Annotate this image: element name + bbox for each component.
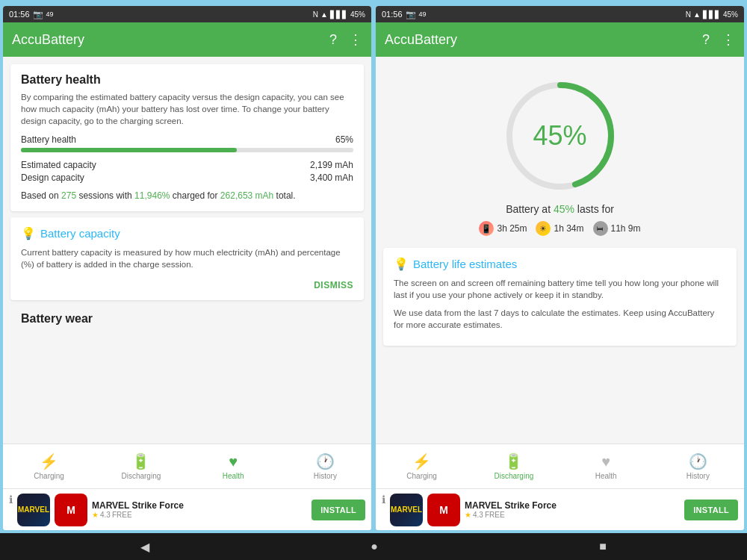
back-button[interactable]: ◀ bbox=[140, 540, 149, 554]
ad-rating-left: ★ 4.3 FREE bbox=[92, 511, 307, 519]
screen-dim-time: 1h 34m bbox=[554, 223, 583, 234]
health-icon-left: ♥ bbox=[229, 453, 238, 470]
duration-row: 📱 3h 25m ☀ 1h 34m 🛏 11h 9m bbox=[479, 221, 640, 236]
screen-dim-icon: ☀ bbox=[536, 221, 551, 236]
app-bar-right: AccuBattery ? ⋮ bbox=[376, 22, 744, 57]
capacity-card-desc: Current battery capacity is measured by … bbox=[21, 246, 353, 270]
nav-history-right[interactable]: 🕐 History bbox=[652, 444, 744, 488]
status-icon-nfc-right: N bbox=[686, 10, 691, 19]
status-icon-nfc: N bbox=[313, 10, 318, 19]
left-phone: 01:56 📷 49 N ▲ ▋▋▋ 45% AccuBattery ? ⋮ bbox=[3, 6, 371, 530]
charging-label-left: Charging bbox=[34, 472, 64, 480]
nav-health-right[interactable]: ♥ Health bbox=[560, 444, 652, 488]
battery-health-title: Battery health bbox=[21, 73, 353, 87]
status-bar-left: 01:56 📷 49 N ▲ ▋▋▋ 45% bbox=[3, 6, 371, 22]
ad-game-image-left: MARVEL bbox=[17, 494, 50, 526]
ad-text-right: MARVEL Strike Force ★ 4.3 FREE bbox=[465, 500, 680, 519]
nav-discharging-left[interactable]: 🔋 Discharging bbox=[95, 444, 187, 488]
health-label: Battery health bbox=[21, 134, 76, 145]
health-label-left: Health bbox=[223, 472, 244, 480]
help-icon-right[interactable]: ? bbox=[702, 32, 710, 48]
bulb-icon-left: 💡 bbox=[21, 226, 36, 240]
system-nav-bar: ◀ ● ■ bbox=[0, 533, 747, 560]
discharging-label-left: Discharging bbox=[121, 472, 161, 480]
dismiss-button[interactable]: DISMISS bbox=[314, 280, 353, 290]
nav-discharging-right[interactable]: 🔋 Discharging bbox=[468, 444, 560, 488]
history-label-left: History bbox=[314, 472, 337, 480]
screen-on-time: 3h 25m bbox=[497, 223, 527, 234]
nav-charging-right[interactable]: ⚡ Charging bbox=[376, 444, 468, 488]
status-icon-photo-right: 📷 bbox=[406, 10, 416, 19]
history-icon-right: 🕐 bbox=[689, 452, 707, 470]
charged-percent: 11,946% bbox=[134, 190, 170, 201]
battery-circle-wrapper: 45% bbox=[500, 76, 620, 196]
total-mah: 262,653 mAh bbox=[220, 190, 273, 201]
more-icon-left[interactable]: ⋮ bbox=[349, 31, 362, 48]
right-phone-content: 45% Battery at 45% lasts for 📱 3h 25m ☀ … bbox=[376, 57, 744, 530]
more-icon-right[interactable]: ⋮ bbox=[722, 31, 735, 48]
battery-lasts-text: Battery at 45% lasts for bbox=[506, 203, 614, 215]
install-button-left[interactable]: INSTALL bbox=[311, 500, 365, 520]
screen-on-icon: 📱 bbox=[479, 221, 494, 236]
battery-life-estimates-card: 💡 Battery life estimates The screen on a… bbox=[383, 248, 737, 346]
help-icon-left[interactable]: ? bbox=[329, 32, 337, 48]
install-button-right[interactable]: INSTALL bbox=[684, 500, 738, 520]
status-icon-wifi: ▲ bbox=[320, 10, 328, 19]
status-icon-signal: 49 bbox=[46, 10, 54, 18]
duration-sleep: 🛏 11h 9m bbox=[593, 221, 641, 236]
sessions-count: 275 bbox=[61, 190, 76, 201]
discharging-icon-left: 🔋 bbox=[131, 452, 150, 470]
bottom-nav-right: ⚡ Charging 🔋 Discharging ♥ Health 🕐 Hist… bbox=[376, 444, 744, 488]
app-title-left: AccuBattery bbox=[12, 32, 84, 48]
ad-game-image-right: MARVEL bbox=[390, 494, 423, 526]
status-icon-wifi-right: ▲ bbox=[693, 10, 701, 19]
ad-title-right: MARVEL Strike Force bbox=[465, 500, 680, 511]
ad-banner-left: ℹ MARVEL M MARVEL Strike Force ★ 4.3 FRE… bbox=[3, 488, 371, 530]
ad-banner-right: ℹ MARVEL M MARVEL Strike Force ★ 4.3 FRE… bbox=[376, 488, 744, 530]
status-battery-right: 45% bbox=[723, 10, 738, 19]
nav-charging-left[interactable]: ⚡ Charging bbox=[3, 444, 95, 488]
status-battery-left: 45% bbox=[350, 10, 365, 19]
ad-text-left: MARVEL Strike Force ★ 4.3 FREE bbox=[92, 500, 307, 519]
duration-screen-on: 📱 3h 25m bbox=[479, 221, 527, 236]
bottom-nav-left: ⚡ Charging 🔋 Discharging ♥ Health 🕐 Hist… bbox=[3, 444, 371, 488]
charging-icon-left: ⚡ bbox=[40, 452, 58, 470]
ad-rating-right: ★ 4.3 FREE bbox=[465, 511, 680, 519]
nav-history-left[interactable]: 🕐 History bbox=[279, 444, 371, 488]
app-title-right: AccuBattery bbox=[385, 32, 457, 48]
sleep-icon: 🛏 bbox=[593, 221, 608, 236]
battery-lasts-percent: 45% bbox=[554, 203, 574, 215]
health-progress-bg bbox=[21, 148, 353, 152]
left-phone-content: Battery health By comparing the estimate… bbox=[3, 57, 371, 530]
home-button[interactable]: ● bbox=[371, 540, 378, 553]
recents-button[interactable]: ■ bbox=[599, 540, 607, 553]
battery-capacity-card: 💡 Battery capacity Current battery capac… bbox=[10, 217, 364, 300]
status-icon-bars: ▋▋▋ bbox=[330, 10, 348, 19]
sessions-text: Based on 275 sessions with 11,946% charg… bbox=[21, 189, 353, 202]
discharging-label-right: Discharging bbox=[494, 472, 533, 480]
health-icon-right: ♥ bbox=[601, 453, 610, 470]
design-cap-value: 3,400 mAh bbox=[310, 172, 353, 183]
battery-percent-display: 45% bbox=[533, 120, 586, 152]
history-icon-left: 🕐 bbox=[316, 452, 335, 470]
ad-logo-right: M bbox=[427, 494, 460, 526]
nav-health-left[interactable]: ♥ Health bbox=[187, 444, 279, 488]
status-icon-photo: 📷 bbox=[33, 10, 43, 19]
ad-logo-left: M bbox=[55, 494, 87, 526]
status-icon-signal-right: 49 bbox=[419, 10, 427, 18]
estimates-card-title: 💡 Battery life estimates bbox=[394, 257, 726, 271]
history-label-right: History bbox=[686, 472, 710, 480]
ad-info-icon-right: ℹ bbox=[382, 494, 385, 505]
estimates-desc-2: We use data from the last 7 days to calc… bbox=[394, 307, 726, 331]
charging-icon-right: ⚡ bbox=[412, 452, 431, 470]
health-value: 65% bbox=[335, 134, 353, 145]
battery-circle-container: 45% Battery at 45% lasts for 📱 3h 25m ☀ … bbox=[383, 64, 737, 242]
status-bar-right: 01:56 📷 49 N ▲ ▋▋▋ 45% bbox=[376, 6, 744, 22]
status-time-left: 01:56 bbox=[9, 10, 30, 19]
battery-wear-title: Battery wear bbox=[10, 306, 364, 329]
capacity-card-title: 💡 Battery capacity bbox=[21, 226, 353, 240]
design-cap-label: Design capacity bbox=[21, 172, 84, 183]
ad-info-icon-left: ℹ bbox=[9, 494, 13, 505]
ad-title-left: MARVEL Strike Force bbox=[92, 500, 307, 511]
right-phone: 01:56 📷 49 N ▲ ▋▋▋ 45% AccuBattery ? ⋮ bbox=[376, 6, 744, 530]
